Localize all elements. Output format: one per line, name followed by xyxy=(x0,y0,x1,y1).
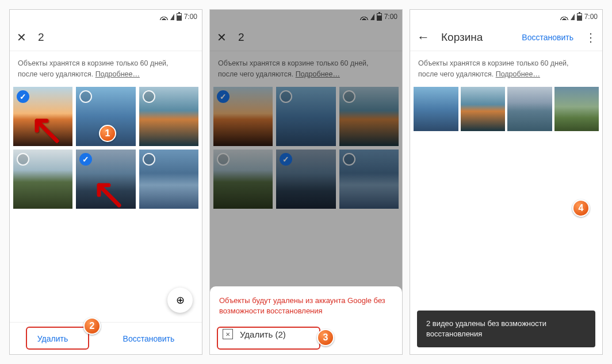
bottom-sheet: Объекты будут удалены из аккаунта Google… xyxy=(210,286,402,354)
confirm-delete-button[interactable]: Удалить (2) xyxy=(219,323,393,345)
step-badge: 1 xyxy=(99,125,116,142)
photo-thumb[interactable] xyxy=(139,150,198,209)
photo-thumb[interactable] xyxy=(13,87,72,146)
photo-thumb[interactable] xyxy=(554,87,599,132)
signal-icon xyxy=(170,14,174,20)
phone-screen-2: 7:00 ✕ 2 Объекты хранятся в корзине толь… xyxy=(209,9,403,355)
close-icon[interactable]: ✕ xyxy=(17,30,26,44)
trash-toolbar: ← Корзина Восстановить ⋮ xyxy=(410,24,602,51)
page-title: Корзина xyxy=(441,31,483,44)
more-icon[interactable]: ⋮ xyxy=(585,30,595,44)
trash-icon xyxy=(223,329,233,339)
status-bar: 7:00 xyxy=(410,10,602,24)
checkbox[interactable] xyxy=(143,90,155,103)
photo-thumb[interactable] xyxy=(507,87,552,132)
checkbox[interactable] xyxy=(17,153,29,166)
snackbar-text: 2 видео удалены без возможности восстано… xyxy=(426,319,546,338)
delete-warning-text: Объекты будут удалены из аккаунта Google… xyxy=(219,296,393,316)
photo-thumb[interactable] xyxy=(13,150,72,209)
confirm-delete-label: Удалить (2) xyxy=(240,329,286,339)
retention-notice: Объекты хранятся в корзине только 60 дне… xyxy=(10,51,202,87)
checkbox-selected[interactable] xyxy=(79,153,92,166)
photo-grid xyxy=(10,87,202,209)
step-badge: 2 xyxy=(83,317,101,335)
learn-more-link[interactable]: Подробнее… xyxy=(95,70,140,78)
snackbar: 2 видео удалены без возможности восстано… xyxy=(417,311,595,347)
phone-screen-3: 7:00 ← Корзина Восстановить ⋮ Объекты хр… xyxy=(410,9,603,355)
photo-thumb[interactable] xyxy=(76,150,135,209)
delete-button[interactable]: Удалить xyxy=(24,328,82,349)
selection-count: 2 xyxy=(38,31,44,44)
battery-icon xyxy=(577,13,582,21)
checkbox-selected[interactable] xyxy=(17,90,29,103)
status-time: 7:00 xyxy=(184,13,197,21)
checkbox[interactable] xyxy=(79,90,92,103)
magnify-icon: ⊕ xyxy=(176,294,185,306)
magnify-fab[interactable]: ⊕ xyxy=(167,288,193,313)
back-icon[interactable]: ← xyxy=(417,30,430,45)
signal-icon xyxy=(571,14,575,20)
bottom-action-bar: Удалить Восстановить xyxy=(10,322,202,354)
wifi-icon xyxy=(160,14,168,20)
status-bar: 7:00 xyxy=(10,10,202,24)
restore-button[interactable]: Восстановить xyxy=(109,328,189,349)
learn-more-link[interactable]: Подробнее… xyxy=(496,70,540,78)
checkbox[interactable] xyxy=(143,153,155,166)
wifi-icon xyxy=(560,14,568,20)
photo-thumb[interactable] xyxy=(139,87,198,146)
restore-all-button[interactable]: Восстановить xyxy=(522,33,573,42)
step-badge: 3 xyxy=(317,329,334,346)
step-badge: 4 xyxy=(572,200,590,217)
retention-notice: Объекты хранятся в корзине только 60 дне… xyxy=(410,51,602,87)
status-time: 7:00 xyxy=(584,13,598,21)
photo-thumb[interactable] xyxy=(461,87,506,132)
photo-thumb[interactable] xyxy=(414,87,458,132)
battery-icon xyxy=(177,13,182,21)
selection-toolbar: ✕ 2 xyxy=(10,24,202,51)
photo-grid xyxy=(410,87,602,132)
phone-screen-1: 7:00 ✕ 2 Объекты хранятся в корзине толь… xyxy=(9,9,202,355)
